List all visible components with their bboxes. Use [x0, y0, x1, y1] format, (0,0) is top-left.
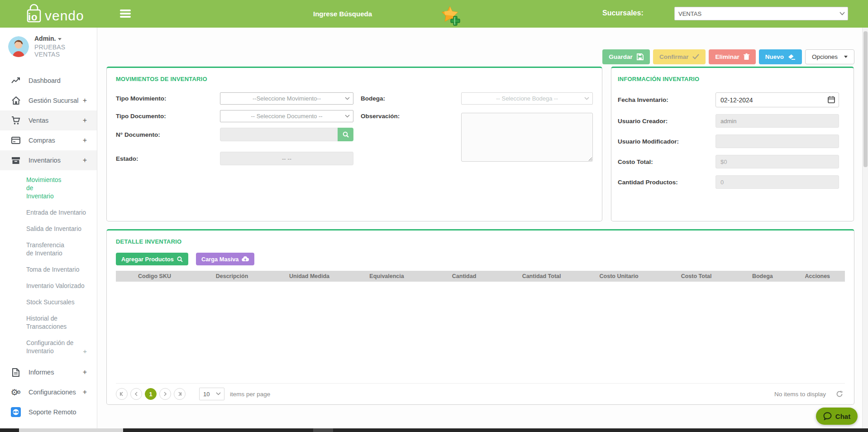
expand-plus-icon[interactable]: +: [83, 136, 87, 144]
sidebar-item-soporte-remoto[interactable]: Soporte Remoto: [0, 402, 97, 422]
buscar-documento-button[interactable]: [338, 128, 353, 141]
sucursal-select[interactable]: VENTAS: [674, 7, 848, 20]
num-documento-input[interactable]: [220, 128, 338, 141]
usuario-creador-label: Usuario Creador:: [618, 118, 715, 125]
agregar-productos-button[interactable]: Agregar Productos: [116, 253, 188, 265]
column-header[interactable]: Equivalencia: [348, 273, 425, 279]
user-menu[interactable]: Admin.: [34, 35, 91, 42]
sidebar-subitem-salida-de-inventario[interactable]: Salida de Inventario: [0, 221, 97, 237]
favorite-add-icon[interactable]: [440, 5, 462, 26]
chat-bubble-icon: [823, 412, 832, 420]
teamviewer-icon: [11, 408, 21, 417]
sidebar-item-ventas[interactable]: Ventas +: [0, 110, 97, 130]
sidebar-subitem-stock-sucursales[interactable]: Stock Sucursales: [0, 294, 97, 311]
search-input[interactable]: [313, 7, 422, 20]
cantidad-productos-label: Cantidad Productos:: [618, 179, 715, 186]
horizontal-scrollbar-thumb[interactable]: [19, 428, 123, 432]
expand-plus-icon[interactable]: +: [83, 156, 87, 164]
sidebar-subitem-entrada-de-inventario[interactable]: Entrada de Inventario: [0, 205, 97, 221]
carga-masiva-button[interactable]: Carga Masiva: [196, 253, 255, 265]
vertical-scrollbar[interactable]: [862, 28, 868, 428]
eliminar-button[interactable]: Eliminar: [709, 49, 755, 64]
sidebar-item-informes[interactable]: Informes +: [0, 362, 97, 382]
sidebar-item-gestion-sucursal[interactable]: Gestión Sucursal +: [0, 91, 97, 110]
estado-label: Estado:: [116, 155, 220, 162]
pager-page-1-button[interactable]: 1: [145, 388, 157, 400]
sidebar-nav: Dashboard Gestión Sucursal + Ventas +: [0, 71, 97, 422]
credit-card-icon: [11, 136, 21, 145]
eraser-icon: [788, 54, 796, 60]
brand-logo[interactable]: io vendo: [25, 4, 84, 24]
page-size-select[interactable]: 10: [199, 388, 224, 400]
sidebar-item-inventarios[interactable]: Inventarios +: [0, 150, 97, 170]
expand-plus-icon[interactable]: +: [83, 96, 87, 105]
sidebar-subitem-configuracion-de-inventario[interactable]: Configuración de Inventario +: [0, 335, 97, 360]
chat-button[interactable]: Chat: [816, 408, 858, 425]
confirmar-button[interactable]: Confirmar: [653, 49, 706, 64]
nuevo-button[interactable]: Nuevo: [759, 49, 802, 64]
tipo-movimiento-select[interactable]: --Seleccione Movimiento--: [220, 92, 353, 105]
horizontal-scrollbar-segment: [313, 428, 333, 432]
pager-next-button[interactable]: [159, 388, 171, 400]
guardar-button[interactable]: Guardar: [602, 49, 650, 64]
grid-header-row: Codigo SKU Descripción Unidad Medida Equ…: [116, 271, 845, 282]
column-header[interactable]: Bodega: [735, 273, 790, 279]
sidebar-item-compras[interactable]: Compras +: [0, 130, 97, 150]
column-header[interactable]: Costo Unitario: [580, 273, 658, 279]
sidebar-item-configuraciones[interactable]: ⚙⚙ Configuraciones +: [0, 382, 97, 402]
calendar-icon[interactable]: [828, 96, 835, 105]
fecha-inventario-input[interactable]: 02-12-2024: [715, 92, 839, 107]
archive-icon: [11, 156, 21, 165]
sidebar-subitem-historial-de-transacciones[interactable]: Historial de Transacciones: [0, 311, 72, 335]
brand-prefix: io: [28, 11, 38, 23]
column-header[interactable]: Cantidad: [425, 273, 503, 279]
usuario-modificador-value: [715, 134, 839, 148]
column-header[interactable]: Cantidad Total: [503, 273, 580, 279]
home-icon: [11, 96, 21, 105]
expand-plus-icon[interactable]: +: [83, 347, 87, 355]
sidebar-subitem-movimientos-de-inventario[interactable]: Movimientos de Inventario: [0, 172, 68, 205]
pager-first-button[interactable]: [116, 388, 128, 400]
column-header[interactable]: Codigo SKU: [116, 273, 193, 279]
column-header[interactable]: Acciones: [790, 273, 845, 279]
trash-icon: [744, 53, 749, 60]
menu-toggle-icon[interactable]: [120, 9, 131, 19]
grid-pager: 1 10 items per page No items to display: [116, 384, 845, 404]
sidebar-item-dashboard[interactable]: Dashboard: [0, 71, 97, 91]
pager-status: No items to display: [774, 391, 826, 398]
column-header[interactable]: Unidad Medida: [271, 273, 348, 279]
sidebar-subitem-inventario-valorizado[interactable]: Inventario Valorizado: [0, 278, 97, 294]
horizontal-scrollbar[interactable]: [0, 428, 868, 432]
vertical-scrollbar-thumb[interactable]: [863, 31, 868, 167]
shopping-bag-icon: io: [25, 4, 44, 24]
pager-last-button[interactable]: [174, 388, 186, 400]
movimientos-panel-title: MOVIMIENTOS DE INVENTARIO: [116, 76, 593, 82]
bodega-select[interactable]: -- Seleccione Bodega --: [461, 92, 593, 105]
trending-up-icon: [11, 76, 21, 85]
cantidad-productos-value: 0: [715, 175, 839, 189]
inventarios-submenu: Movimientos de Inventario Entrada de Inv…: [0, 170, 97, 362]
tipo-documento-select[interactable]: -- Seleccione Documento --: [220, 110, 353, 122]
opciones-button[interactable]: Opciones: [805, 49, 854, 64]
column-header[interactable]: Costo Total: [658, 273, 735, 279]
pager-prev-button[interactable]: [130, 388, 142, 400]
detalle-panel-title: DETALLE INVENTARIO: [116, 238, 845, 245]
expand-plus-icon[interactable]: +: [83, 388, 87, 396]
user-name: Admin.: [34, 35, 56, 42]
expand-plus-icon[interactable]: +: [83, 368, 87, 376]
informacion-panel: INFORMACIÓN INVENTARIO Fecha Inventario:…: [611, 67, 854, 221]
usuario-creador-value: admin: [715, 114, 839, 128]
movimientos-panel: MOVIMIENTOS DE INVENTARIO Tipo Movimient…: [106, 67, 602, 221]
caret-down-icon: [58, 38, 62, 40]
sidebar-subitem-toma-de-inventario[interactable]: Toma de Inventario: [0, 262, 97, 278]
sidebar-subitem-transferencia-de-inventario[interactable]: Transferencia de Inventario: [0, 237, 72, 262]
observacion-textarea[interactable]: [461, 113, 593, 162]
avatar[interactable]: [8, 36, 29, 57]
gears-icon: ⚙⚙: [11, 388, 21, 397]
expand-plus-icon[interactable]: +: [83, 116, 87, 125]
app-root: io vendo Sucursales: VENTAS: [0, 0, 868, 432]
observacion-label: Observación:: [361, 113, 461, 120]
informacion-panel-title: INFORMACIÓN INVENTARIO: [618, 76, 847, 82]
refresh-icon[interactable]: [836, 390, 843, 398]
column-header[interactable]: Descripción: [193, 273, 271, 279]
